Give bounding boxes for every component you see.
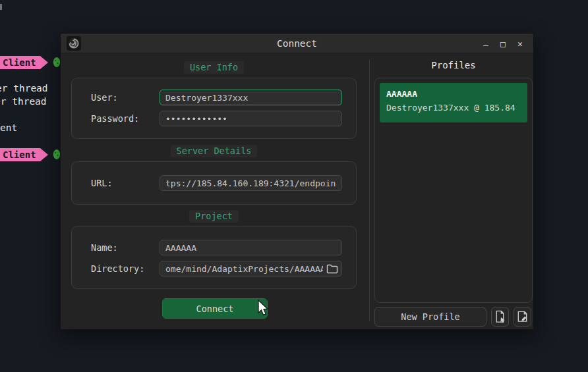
file-edit-icon [516, 310, 529, 323]
file-cursor-icon [494, 310, 506, 323]
close-icon: ✕ [517, 39, 523, 49]
connect-button[interactable]: Connect [162, 298, 268, 319]
screen-edge-fragment [0, 4, 2, 10]
profile-detail: Destroyer1337xxx @ 185.84 [386, 103, 521, 113]
terminal-line: er thread [0, 83, 48, 93]
url-input[interactable] [160, 175, 342, 191]
project-name-label: Name: [91, 242, 160, 253]
group-project: Name: Directory: [71, 226, 357, 289]
section-title-user-info: User Info [71, 62, 357, 72]
profiles-title: Profiles [374, 60, 533, 70]
section-title-project: Project [71, 211, 357, 221]
user-label: User: [91, 92, 160, 103]
connect-dialog: Connect — □ ✕ User Info User: [60, 33, 534, 330]
minimize-button[interactable]: — [479, 36, 492, 51]
title-bar[interactable]: Connect — □ ✕ [61, 34, 533, 53]
profile-name: AAAAAA [386, 89, 521, 99]
pane-divider [369, 60, 370, 321]
profile-list-item-selected[interactable]: AAAAAA Destroyer1337xxx @ 185.84 [380, 83, 527, 122]
badge-label: Client [0, 148, 40, 161]
badge-label: Client [0, 56, 40, 69]
terminal-line: ent [0, 122, 17, 133]
close-button[interactable]: ✕ [514, 36, 527, 51]
folder-browse-icon[interactable] [326, 263, 338, 274]
group-server-details: URL: [71, 161, 357, 205]
user-input[interactable] [160, 90, 342, 105]
profiles-list[interactable]: AAAAAA Destroyer1337xxx @ 185.84 [374, 78, 533, 303]
powerline-arrow-icon [40, 148, 48, 161]
edit-profile-button[interactable] [514, 307, 531, 327]
project-dir-label: Directory: [91, 263, 160, 274]
dialog-content: User Info User: Password: Serv [61, 53, 533, 329]
group-user-info: User: Password: [71, 78, 357, 139]
terminal-client-badge: Client [0, 56, 48, 69]
window-title: Connect [61, 34, 533, 53]
desktop-screen: Client er thread er thread ent Client Co… [0, 0, 588, 372]
project-dir-input[interactable] [160, 261, 342, 277]
powerline-arrow-icon [40, 56, 48, 69]
minimize-icon: — [483, 40, 488, 50]
terminal-line: er thread [0, 96, 47, 107]
password-label: Password: [91, 113, 160, 124]
password-input[interactable] [160, 111, 342, 126]
project-name-input[interactable] [160, 240, 342, 255]
import-profile-button[interactable] [491, 307, 509, 327]
maximize-button[interactable]: □ [496, 36, 510, 51]
new-profile-button[interactable]: New Profile [374, 307, 486, 327]
section-title-server-details: Server Details [71, 146, 357, 156]
maximize-icon: □ [500, 39, 506, 49]
terminal-client-badge: Client [0, 148, 48, 161]
url-label: URL: [91, 178, 160, 188]
